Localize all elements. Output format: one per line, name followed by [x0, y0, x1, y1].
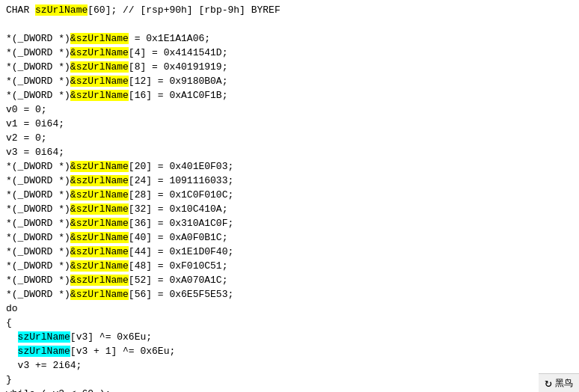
code-token: [32] = 0x10C410A; — [129, 203, 228, 215]
code-token: [52] = 0xA070A1C; — [129, 275, 228, 286]
code-token: *(_DWORD *) — [6, 275, 70, 286]
table-row: *(_DWORD *)&szUrlName[8] = 0x40191919; — [0, 60, 579, 74]
table-row: v1 = 0i64; — [0, 117, 579, 131]
code-token: *(_DWORD *) — [6, 90, 70, 101]
code-token: *(_DWORD *) — [6, 189, 70, 200]
code-token: = 0x1E1A1A06; — [129, 33, 210, 44]
code-token: { — [6, 317, 12, 328]
code-token: &szUrlName — [70, 33, 129, 44]
code-token: &szUrlName — [70, 203, 129, 215]
code-token: [44] = 0x1E1D0F40; — [129, 246, 233, 257]
table-row: *(_DWORD *)&szUrlName[44] = 0x1E1D0F40; — [0, 245, 579, 259]
code-token: *(_DWORD *) — [6, 232, 70, 243]
code-token: v2 = 0; — [6, 132, 47, 144]
table-row: *(_DWORD *)&szUrlName[28] = 0x1C0F010C; — [0, 188, 579, 202]
code-token: v3 = 0i64; — [6, 147, 64, 158]
table-row: *(_DWORD *)&szUrlName = 0x1E1A1A06; — [0, 31, 579, 46]
table-row: { — [0, 316, 579, 330]
code-token: v1 = 0i64; — [6, 118, 64, 129]
table-row: szUrlName[v3 + 1] ^= 0x6Eu; — [0, 344, 579, 358]
code-token: v0 = 0; — [6, 104, 47, 115]
table-row: while ( v3 < 60 ); — [0, 387, 579, 392]
code-token: *(_DWORD *) — [6, 175, 70, 186]
table-row: *(_DWORD *)&szUrlName[48] = 0xF010C51; — [0, 259, 579, 273]
code-token: *(_DWORD *) — [6, 218, 70, 229]
table-row: *(_DWORD *)&szUrlName[4] = 0x4141541D; — [0, 46, 579, 60]
code-token: [40] = 0xA0F0B1C; — [129, 232, 228, 243]
code-token: &szUrlName — [70, 76, 129, 87]
code-token: [60]; // [rsp+90h] [rbp-9h] BYREF — [88, 4, 280, 16]
table-row: v3 += 2i64; — [0, 358, 579, 373]
code-token: [8] = 0x40191919; — [129, 61, 228, 73]
code-token: [48] = 0xF010C51; — [129, 260, 228, 272]
code-token: szUrlName — [35, 4, 88, 16]
code-token: *(_DWORD *) — [6, 260, 70, 272]
code-token: *(_DWORD *) — [6, 289, 70, 300]
status-text: 黑鸟 — [555, 377, 573, 390]
table-row: *(_DWORD *)&szUrlName[56] = 0x6E5F5E53; — [0, 287, 579, 301]
table-row: *(_DWORD *)&szUrlName[16] = 0xA1C0F1B; — [0, 88, 579, 102]
code-token: &szUrlName — [70, 90, 129, 101]
code-token: &szUrlName — [70, 189, 129, 200]
code-token: *(_DWORD *) — [6, 33, 70, 44]
code-token — [6, 331, 18, 343]
code-token: [24] = 1091116033; — [129, 175, 233, 186]
code-token: while ( v3 < 60 ); — [6, 388, 111, 392]
code-token: szUrlName — [18, 346, 70, 357]
table-row: *(_DWORD *)&szUrlName[24] = 1091116033; — [0, 174, 579, 188]
code-token — [29, 4, 35, 16]
code-token: &szUrlName — [70, 260, 129, 272]
code-viewer: CHAR szUrlName[60]; // [rsp+90h] [rbp-9h… — [0, 0, 579, 392]
table-row: } — [0, 373, 579, 387]
code-token: &szUrlName — [70, 47, 129, 58]
code-token: [v3 + 1] ^= 0x6Eu; — [70, 346, 175, 357]
table-row: szUrlName[v3] ^= 0x6Eu; — [0, 330, 579, 344]
table-row: v2 = 0; — [0, 131, 579, 145]
code-token: [16] = 0xA1C0F1B; — [129, 90, 228, 101]
code-token: *(_DWORD *) — [6, 61, 70, 73]
code-token: *(_DWORD *) — [6, 246, 70, 257]
code-token: &szUrlName — [70, 175, 129, 186]
code-token: [36] = 0x310A1C0F; — [129, 218, 233, 229]
code-token: v3 += 2i64; — [6, 360, 82, 371]
table-row: *(_DWORD *)&szUrlName[20] = 0x401E0F03; — [0, 159, 579, 174]
refresh-icon: ↻ — [545, 376, 552, 391]
code-token: &szUrlName — [70, 246, 129, 257]
table-row: CHAR szUrlName[60]; // [rsp+90h] [rbp-9h… — [0, 3, 579, 17]
code-token: *(_DWORD *) — [6, 203, 70, 215]
code-token: [20] = 0x401E0F03; — [129, 161, 233, 172]
code-token: &szUrlName — [70, 218, 129, 229]
code-token: &szUrlName — [70, 289, 129, 300]
status-bar: ↻ 黑鸟 — [539, 373, 579, 392]
code-token: &szUrlName — [70, 161, 129, 172]
code-token: [4] = 0x4141541D; — [129, 47, 228, 58]
table-row — [0, 17, 579, 31]
table-row: *(_DWORD *)&szUrlName[12] = 0x9180B0A; — [0, 74, 579, 88]
table-row: *(_DWORD *)&szUrlName[36] = 0x310A1C0F; — [0, 216, 579, 230]
code-token: &szUrlName — [70, 61, 129, 73]
table-row: v0 = 0; — [0, 102, 579, 117]
code-token: CHAR — [6, 4, 29, 16]
code-token: do — [6, 303, 18, 314]
code-token: [v3] ^= 0x6Eu; — [70, 331, 152, 343]
code-token: [56] = 0x6E5F5E53; — [129, 289, 233, 300]
table-row: do — [0, 301, 579, 316]
code-token: &szUrlName — [70, 275, 129, 286]
code-token: [28] = 0x1C0F010C; — [129, 189, 233, 200]
code-token: } — [6, 374, 12, 385]
code-token: &szUrlName — [70, 232, 129, 243]
code-token: szUrlName — [18, 331, 70, 343]
code-token: *(_DWORD *) — [6, 161, 70, 172]
code-token: [12] = 0x9180B0A; — [129, 76, 228, 87]
table-row: v3 = 0i64; — [0, 145, 579, 159]
table-row: *(_DWORD *)&szUrlName[32] = 0x10C410A; — [0, 202, 579, 216]
table-row: *(_DWORD *)&szUrlName[40] = 0xA0F0B1C; — [0, 230, 579, 245]
code-token: *(_DWORD *) — [6, 47, 70, 58]
table-row: *(_DWORD *)&szUrlName[52] = 0xA070A1C; — [0, 273, 579, 287]
code-token: *(_DWORD *) — [6, 76, 70, 87]
code-token — [6, 346, 18, 357]
